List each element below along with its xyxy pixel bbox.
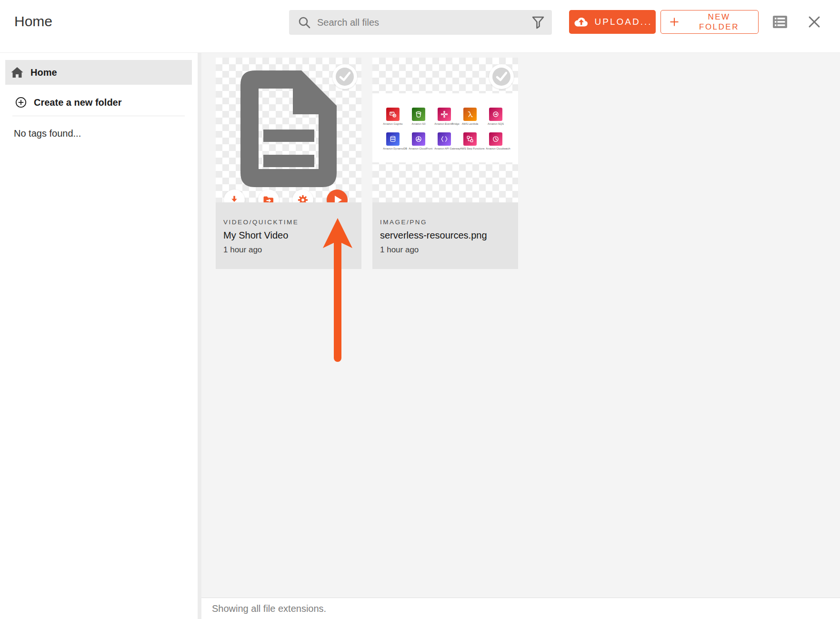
upload-button[interactable]: UPLOAD...: [569, 10, 656, 34]
select-checkmark[interactable]: [332, 64, 357, 89]
close-icon: [808, 15, 821, 29]
status-bar: Showing all file extensions.: [201, 598, 840, 619]
new-folder-label: NEWFOLDER: [680, 12, 758, 32]
file-info: IMAGE/PNG serverless-resources.png 1 hou…: [372, 202, 518, 269]
plus-icon: [669, 16, 680, 28]
filter-icon[interactable]: [531, 15, 545, 30]
sidebar-item-home-label: Home: [30, 67, 57, 78]
file-name: My Short Video: [223, 230, 354, 241]
search-icon: [297, 15, 311, 30]
no-tags-message: No tags found...: [14, 128, 81, 139]
upload-button-label: UPLOAD...: [595, 17, 652, 27]
file-card-image[interactable]: Amazon Cognito Amazon S3 Amazon EventBri…: [372, 58, 518, 269]
file-modified: 1 hour ago: [380, 245, 510, 255]
checkmark-icon: [332, 64, 357, 89]
file-card-video[interactable]: VIDEO/QUICKTIME My Short Video 1 hour ag…: [216, 58, 361, 269]
document-file-icon: [240, 70, 337, 187]
sidebar-divider: [12, 116, 185, 116]
cloud-upload-icon: [573, 16, 589, 28]
sidebar-item-home[interactable]: Home: [5, 60, 192, 85]
aws-service-icon-dynamodb: Amazon DynamoDB: [380, 132, 405, 150]
file-modified: 1 hour ago: [223, 245, 354, 255]
sidebar-main-divider: [198, 53, 201, 619]
page-title: Home: [14, 13, 52, 30]
aws-service-icon-lambda: AWS Lambda: [458, 108, 482, 126]
sidebar-item-create-folder-label: Create a new folder: [34, 97, 122, 108]
header: Home UPLOAD... NEWFOLDER: [0, 0, 840, 53]
aws-service-icon-s3: Amazon S3: [406, 108, 431, 126]
select-checkmark[interactable]: [489, 64, 514, 89]
plus-circle-icon: [15, 97, 27, 108]
list-view-button[interactable]: [772, 15, 788, 29]
sidebar: Home Create a new folder No tags found..…: [0, 53, 198, 619]
home-icon: [11, 67, 23, 78]
aws-service-icon-cloudfront: Amazon CloudFront: [406, 132, 431, 150]
new-folder-button[interactable]: NEWFOLDER: [660, 10, 759, 34]
file-info: VIDEO/QUICKTIME My Short Video 1 hour ag…: [216, 202, 361, 269]
close-button[interactable]: [808, 15, 821, 29]
file-type-label: VIDEO/QUICKTIME: [223, 219, 354, 226]
search-input[interactable]: [317, 17, 531, 28]
file-name: serverless-resources.png: [380, 230, 510, 241]
file-type-label: IMAGE/PNG: [380, 219, 510, 226]
aws-service-icon-api-gateway: Amazon API Gateway: [432, 132, 457, 150]
aws-service-icon-eventbridge: Amazon EventBridge: [432, 108, 457, 126]
aws-service-icon-step-functions: AWS Step Functions: [458, 132, 482, 150]
aws-service-icon-cloudwatch: Amazon Cloudwatch: [483, 132, 508, 150]
aws-service-icon-cognito: Amazon Cognito: [380, 108, 405, 126]
aws-service-icon-sqs: Amazon SQS: [483, 108, 508, 126]
status-text: Showing all file extensions.: [212, 603, 326, 614]
search-bar[interactable]: [289, 10, 552, 35]
list-view-icon: [772, 15, 788, 29]
sidebar-item-create-folder[interactable]: Create a new folder: [5, 91, 192, 113]
file-manager-window: Home UPLOAD... NEWFOLDER: [0, 0, 840, 619]
image-preview-content: [372, 93, 518, 162]
checkmark-icon: [489, 64, 514, 89]
